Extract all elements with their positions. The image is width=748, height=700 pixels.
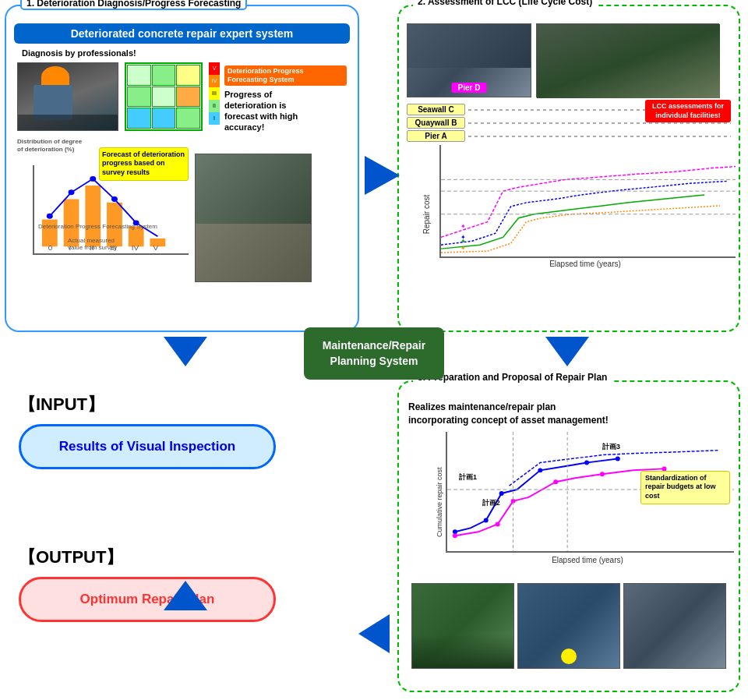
lcc-graph-container: Repair cost 50 50 50 <box>407 145 731 284</box>
section1-container: 1. Deterioration Diagnosis/Progress Fore… <box>5 5 359 332</box>
forecast-yellow-box: Forecast of deterioration progress based… <box>99 147 189 181</box>
section3-description: Realizes maintenance/repair planincorpor… <box>408 401 729 427</box>
color-scale: V IV III II I <box>209 62 220 125</box>
svg-point-36 <box>538 468 542 472</box>
output-bracket: 【OUTPUT】 <box>19 546 348 569</box>
deterioration-system-label: Deterioration Progress Forecasting Syste… <box>38 223 157 230</box>
s3-chart-container: Cumulative repair cost <box>408 432 729 580</box>
svg-point-39 <box>453 533 457 538</box>
section2-container: 2. Assessment of LCC (Life Cycle Cost) P… <box>397 5 740 332</box>
section2-photo1: Pier D <box>407 23 531 97</box>
grid-diagram <box>125 62 203 131</box>
maintenance-box: Maintenance/RepairPlanning System <box>304 327 444 380</box>
section1-title: 1. Deterioration Diagnosis/Progress Fore… <box>20 0 247 10</box>
section2-title: 2. Assessment of LCC (Life Cycle Cost) <box>413 0 597 7</box>
bottom-left-section: 【INPUT】 Results of Visual Inspection 【OU… <box>0 380 366 692</box>
s3-photo1 <box>411 583 514 669</box>
svg-text:計画1: 計画1 <box>459 473 477 481</box>
svg-point-38 <box>616 456 620 461</box>
quaywall-b-label: Quaywall B <box>407 117 465 129</box>
svg-text:V: V <box>153 244 158 251</box>
lcc-chart-svg: 50 50 50 0 10 20 30 40 50 ✦ ✦ ✦ ✦ <box>441 145 736 256</box>
svg-point-7 <box>69 189 75 195</box>
s3-chart: 計画1 計画2 計画3 0 5 10 15 20 25 Standardizat… <box>446 432 734 553</box>
arrow-s1-down <box>164 337 207 366</box>
s3-x-axis-label: Elapsed time (years) <box>446 556 729 564</box>
arrow-s1-to-s2 <box>362 156 401 195</box>
section3-container: 3. Preparation and Proposal of Repair Pl… <box>397 380 740 692</box>
worker-photo <box>17 62 118 131</box>
repair-plan-oval: Optimum Repair Plan <box>19 577 276 622</box>
svg-point-9 <box>111 196 118 202</box>
progress-system-box: Deterioration Progress Forecasting Syste… <box>224 65 347 86</box>
measured-label: Actual measuredvalue from survey <box>68 237 117 251</box>
s3-photo2 <box>517 583 620 669</box>
svg-text:0: 0 <box>48 244 52 251</box>
svg-text:✦: ✦ <box>460 223 466 230</box>
svg-point-40 <box>496 521 500 526</box>
arrow-s3-to-output <box>358 614 390 653</box>
lcc-chart: 50 50 50 0 10 20 30 40 50 ✦ ✦ ✦ ✦ <box>439 145 736 258</box>
arrow-up-left <box>164 581 207 610</box>
svg-point-43 <box>600 472 605 476</box>
deteriorated-photo <box>195 154 312 282</box>
input-bracket: 【INPUT】 <box>19 393 348 416</box>
y-axis-title: Distribution of degreeof deterioration (… <box>17 138 82 154</box>
pier-d-label: Pier D <box>452 83 487 93</box>
pier-a-label: Pier A <box>407 130 465 142</box>
svg-point-37 <box>584 460 589 465</box>
maintenance-label: Maintenance/RepairPlanning System <box>323 339 425 367</box>
svg-text:✦: ✦ <box>460 245 466 252</box>
lcc-y-axis-label: Repair cost <box>422 195 431 235</box>
s3-y-axis-label: Cumulative repair cost <box>436 475 443 537</box>
svg-point-35 <box>499 491 504 496</box>
section2-photo2 <box>536 23 719 97</box>
svg-text:計画3: 計画3 <box>602 442 620 450</box>
budget-note: Standardization of repair budgets at low… <box>640 471 730 504</box>
svg-point-42 <box>553 479 558 484</box>
arrow-s2-down <box>545 337 589 366</box>
seawall-c-label: Seawall C <box>407 104 465 115</box>
lcc-red-box: LCC assessments for individual facilitie… <box>645 100 731 122</box>
svg-point-8 <box>90 176 96 182</box>
svg-text:IV: IV <box>132 244 139 251</box>
svg-point-34 <box>484 518 489 522</box>
forecast-text: Progress of deterioration is forecast wi… <box>224 89 318 133</box>
s3-photos <box>408 583 729 669</box>
svg-point-6 <box>47 213 53 218</box>
svg-text:✦: ✦ <box>460 238 466 245</box>
s3-photo3 <box>623 583 726 669</box>
expert-system-banner: Deteriorated concrete repair expert syst… <box>14 23 350 44</box>
lcc-x-axis-label: Elapsed time (years) <box>439 260 731 268</box>
svg-text:計画2: 計画2 <box>482 498 500 506</box>
diagnosis-label: Diagnosis by professionals! <box>14 48 350 58</box>
visual-inspection-oval: Results of Visual Inspection <box>19 424 276 469</box>
